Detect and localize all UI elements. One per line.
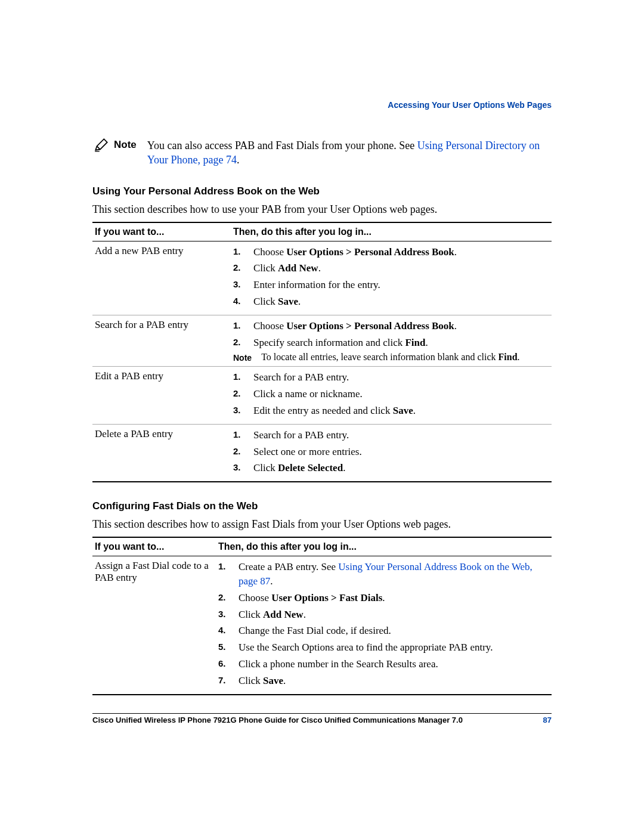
note-text: You can also access PAB and Fast Dials f… bbox=[147, 137, 552, 168]
cell-then: 1.Choose User Options > Personal Address… bbox=[231, 241, 552, 315]
step-text: Choose bbox=[239, 592, 271, 603]
cell-then: 1.Search for a PAB entry. 2.Select one o… bbox=[231, 424, 552, 482]
step-bold: Add New bbox=[263, 609, 304, 620]
step-text: . bbox=[425, 337, 428, 348]
step-text: Create a PAB entry. See bbox=[239, 561, 338, 572]
document-page: Accessing Your User Options Web Pages No… bbox=[0, 0, 644, 833]
step-text: Click bbox=[253, 296, 278, 307]
th-then: Then, do this after you log in... bbox=[216, 537, 552, 556]
bold: Find bbox=[499, 352, 518, 362]
section-intro-pab: This section describes how to use your P… bbox=[92, 203, 552, 216]
step-bold: Save bbox=[263, 675, 283, 686]
step-text: . bbox=[318, 262, 321, 274]
cell-then: 1.Search for a PAB entry. 2.Click a name… bbox=[231, 367, 552, 424]
cell-if: Edit a PAB entry bbox=[92, 367, 231, 424]
step-text: . bbox=[382, 592, 385, 603]
cell-if: Search for a PAB entry bbox=[92, 315, 231, 367]
cell-if: Add a new PAB entry bbox=[92, 241, 231, 315]
text: . bbox=[518, 352, 520, 362]
running-head: Accessing Your User Options Web Pages bbox=[388, 100, 552, 110]
pencil-icon bbox=[92, 137, 110, 156]
step-text: Click a phone number in the Search Resul… bbox=[239, 658, 438, 670]
page-footer: Cisco Unified Wireless IP Phone 7921G Ph… bbox=[92, 713, 552, 724]
step-text: Click bbox=[239, 609, 263, 620]
step-text: . bbox=[283, 675, 286, 686]
inner-note: Note To locate all entries, leave search… bbox=[233, 352, 548, 363]
step-text: Specify search information and click bbox=[253, 337, 405, 348]
step-text: Choose bbox=[253, 320, 286, 332]
step-bold: User Options > Personal Address Book bbox=[286, 320, 454, 332]
step-text: Choose bbox=[253, 246, 286, 258]
th-if: If you want to... bbox=[92, 537, 216, 556]
step-bold: Add New bbox=[278, 262, 318, 274]
footer-doc-title: Cisco Unified Wireless IP Phone 7921G Ph… bbox=[92, 716, 463, 724]
step-text: Edit the entry as needed and click bbox=[253, 405, 393, 416]
step-text: . bbox=[413, 405, 416, 416]
table-row: Edit a PAB entry 1.Search for a PAB entr… bbox=[92, 367, 552, 424]
note-label: Note bbox=[114, 137, 137, 152]
step-text: Enter information for the entry. bbox=[253, 279, 380, 290]
table-row: Search for a PAB entry 1.Choose User Opt… bbox=[92, 315, 552, 367]
section-heading-fastdial: Configuring Fast Dials on the Web bbox=[92, 500, 552, 512]
step-text: Click a name or nickname. bbox=[253, 388, 363, 400]
step-text: Change the Fast Dial code, if desired. bbox=[239, 625, 391, 636]
cell-if: Assign a Fast Dial code to a PAB entry bbox=[92, 556, 216, 695]
step-text: . bbox=[343, 462, 345, 473]
text: To locate all entries, leave search info… bbox=[261, 352, 498, 362]
note-block: Note You can also access PAB and Fast Di… bbox=[92, 137, 552, 168]
table-row: Add a new PAB entry 1.Choose User Option… bbox=[92, 241, 552, 315]
table-header-row: If you want to... Then, do this after yo… bbox=[92, 222, 552, 241]
step-text: . bbox=[454, 320, 457, 332]
step-bold: User Options > Fast Dials bbox=[271, 592, 382, 603]
step-bold: Delete Selected bbox=[278, 462, 343, 473]
note-prefix: You can also access PAB and Fast Dials f… bbox=[147, 140, 417, 151]
fastdial-table: If you want to... Then, do this after yo… bbox=[92, 537, 552, 695]
pab-table: If you want to... Then, do this after yo… bbox=[92, 222, 552, 483]
note-suffix: . bbox=[237, 154, 240, 166]
cell-then: 1.Create a PAB entry. See Using Your Per… bbox=[216, 556, 552, 695]
step-bold: Save bbox=[393, 405, 413, 416]
step-text: . bbox=[304, 609, 306, 620]
table-header-row: If you want to... Then, do this after yo… bbox=[92, 537, 552, 556]
step-text: . bbox=[270, 575, 273, 587]
step-text: Use the Search Options area to find the … bbox=[239, 642, 493, 653]
step-text: Select one or more entries. bbox=[253, 446, 362, 457]
th-then: Then, do this after you log in... bbox=[231, 222, 552, 241]
step-bold: User Options > Personal Address Book bbox=[286, 246, 454, 258]
cell-if: Delete a PAB entry bbox=[92, 424, 231, 482]
th-if: If you want to... bbox=[92, 222, 231, 241]
table-row: Assign a Fast Dial code to a PAB entry 1… bbox=[92, 556, 552, 695]
step-text: . bbox=[454, 246, 457, 258]
section-intro-fastdial: This section describes how to assign Fas… bbox=[92, 518, 552, 531]
step-text: Search for a PAB entry. bbox=[253, 429, 349, 441]
section-heading-pab: Using Your Personal Address Book on the … bbox=[92, 185, 552, 197]
step-bold: Save bbox=[278, 296, 298, 307]
step-text: Click bbox=[253, 262, 278, 274]
inner-note-label: Note bbox=[233, 352, 252, 363]
step-bold: Find bbox=[405, 337, 425, 348]
step-text: Click bbox=[253, 462, 278, 473]
step-text: Search for a PAB entry. bbox=[253, 371, 349, 383]
table-row: Delete a PAB entry 1.Search for a PAB en… bbox=[92, 424, 552, 482]
step-text: . bbox=[298, 296, 301, 307]
inner-note-text: To locate all entries, leave search info… bbox=[261, 352, 519, 363]
step-text: Click bbox=[239, 675, 263, 686]
cell-then: 1.Choose User Options > Personal Address… bbox=[231, 315, 552, 367]
footer-page-number: 87 bbox=[543, 716, 552, 724]
